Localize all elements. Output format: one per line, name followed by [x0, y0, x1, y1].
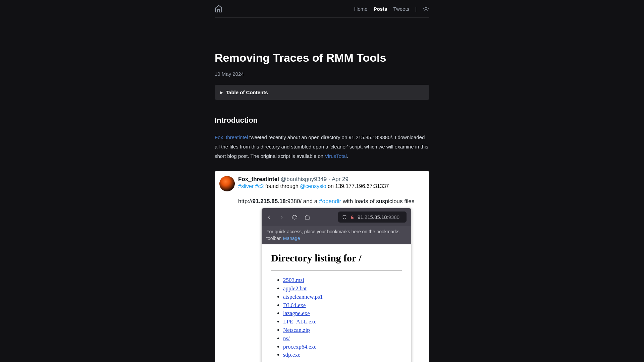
file-link: atspcleannew.ps1: [283, 294, 323, 300]
hashtag-sliver[interactable]: #sliver: [238, 183, 254, 189]
svg-line-4: [428, 10, 428, 11]
file-link: procexp64.exe: [283, 344, 317, 350]
virustotal-link[interactable]: VirusTotal: [325, 153, 347, 159]
mention-censysio[interactable]: @censysio: [300, 183, 326, 189]
intro-paragraph: Fox_threatintel tweeted recently about a…: [215, 133, 429, 161]
list-item: DL64.exe: [283, 301, 402, 309]
list-item: procexp64.exe: [283, 343, 402, 351]
toc-label: Table of Contents: [226, 89, 268, 95]
svg-point-0: [425, 8, 427, 10]
tweet-text-5: with loads of suspicious files: [341, 198, 414, 204]
reload-icon: [292, 215, 297, 220]
list-item: atspcleannew.ps1: [283, 293, 402, 301]
browser-toolbar: 91.215.85.18:9380: [262, 208, 411, 226]
list-item: 2503.msi: [283, 276, 402, 284]
list-item: sdp.exe: [283, 351, 402, 359]
svg-line-7: [424, 10, 424, 11]
address-port: :9380: [387, 214, 400, 220]
tweet-sep: ·: [328, 176, 330, 183]
address-text: 91.215.85.18:9380: [358, 214, 399, 221]
address-bar: 91.215.85.18:9380: [338, 212, 407, 223]
tweet-url-prefix: http://: [238, 198, 253, 204]
top-nav: Home Posts Tweets |: [0, 0, 644, 18]
tweet-text-4: :9380/ and a: [286, 198, 319, 204]
bookmark-bar: For quick access, place your bookmarks h…: [262, 226, 411, 244]
nav-right: Home Posts Tweets |: [354, 5, 429, 12]
shield-icon: [342, 215, 347, 220]
file-link: 2503.msi: [283, 277, 304, 283]
nav-posts[interactable]: Posts: [374, 6, 387, 12]
tweet-embed: Fox_threatintel @banthisguy9349 · Apr 29…: [215, 171, 429, 362]
file-link: DL64.exe: [283, 302, 306, 308]
svg-line-3: [424, 7, 424, 7]
forward-icon: [279, 215, 284, 220]
directory-list: 2503.msi apple2.bat atspcleannew.ps1 DL6…: [271, 276, 402, 359]
lock-insecure-icon: [350, 215, 354, 219]
address-ip: 91.215.85.18: [358, 214, 387, 220]
section-heading-introduction: Introduction: [215, 116, 429, 125]
tweet-handle[interactable]: @banthisguy9349: [281, 176, 327, 183]
nav-tweets[interactable]: Tweets: [393, 6, 410, 12]
page-title: Removing Traces of RMM Tools: [215, 51, 429, 64]
list-item: Netscan.zip: [283, 326, 402, 334]
chevron-right-icon: ▶: [220, 90, 223, 95]
intro-text-2: .: [347, 153, 348, 159]
directory-page: Directory listing for / 2503.msi apple2.…: [262, 244, 411, 362]
tweet-text-2: on 139.177.196.67:31337: [326, 183, 389, 189]
list-item: ns/: [283, 335, 402, 343]
home-icon-browser: [305, 215, 310, 220]
article: Removing Traces of RMM Tools 10 May 2024…: [215, 18, 429, 362]
file-link: LPE_ALL.exe: [283, 318, 317, 325]
tweet-date[interactable]: Apr 29: [332, 176, 348, 183]
nav-left: [215, 5, 223, 13]
post-date: 10 May 2024: [215, 71, 429, 77]
tweet-line-2: http://91.215.85.18:9380/ and a #opendir…: [238, 197, 425, 205]
hashtag-opendir[interactable]: #opendir: [319, 198, 341, 204]
browser-nav-icons: [266, 215, 310, 220]
svg-line-8: [428, 7, 428, 7]
tweet-meta: Fox_threatintel @banthisguy9349 · Apr 29: [238, 176, 425, 183]
manage-link: Manage: [283, 236, 300, 241]
list-item: lazagne.exe: [283, 309, 402, 317]
list-item: LPE_ALL.exe: [283, 318, 402, 326]
browser-screenshot: 91.215.85.18:9380 For quick access, plac…: [262, 208, 411, 362]
file-link: sdp.exe: [283, 352, 300, 358]
file-link: apple2.bat: [283, 285, 307, 292]
tweet-header: Fox_threatintel @banthisguy9349 · Apr 29…: [215, 171, 429, 191]
file-link: Netscan.zip: [283, 327, 310, 333]
fox-threatintel-link[interactable]: Fox_threatintel: [215, 134, 248, 140]
list-item: apple2.bat: [283, 285, 402, 293]
back-icon: [266, 215, 272, 220]
nav-divider: |: [415, 6, 417, 12]
nav-home[interactable]: Home: [354, 6, 368, 12]
home-icon[interactable]: [215, 5, 223, 13]
tweet-author[interactable]: Fox_threatintel: [238, 176, 279, 183]
file-link: ns/: [283, 335, 290, 342]
file-link: lazagne.exe: [283, 310, 310, 316]
tweet-text-1: found through: [264, 183, 300, 189]
directory-title: Directory listing for /: [271, 251, 402, 265]
sun-icon[interactable]: [423, 5, 429, 12]
tweet-body: http://91.215.85.18:9380/ and a #opendir…: [215, 197, 429, 362]
directory-divider: [271, 270, 402, 271]
hashtag-c2[interactable]: #c2: [255, 183, 264, 189]
avatar[interactable]: [219, 176, 235, 191]
table-of-contents[interactable]: ▶ Table of Contents: [215, 85, 429, 100]
tweet-line-1: #sliver #c2 found through @censysio on 1…: [238, 183, 425, 189]
tweet-ip: 91.215.85.18: [253, 198, 286, 204]
